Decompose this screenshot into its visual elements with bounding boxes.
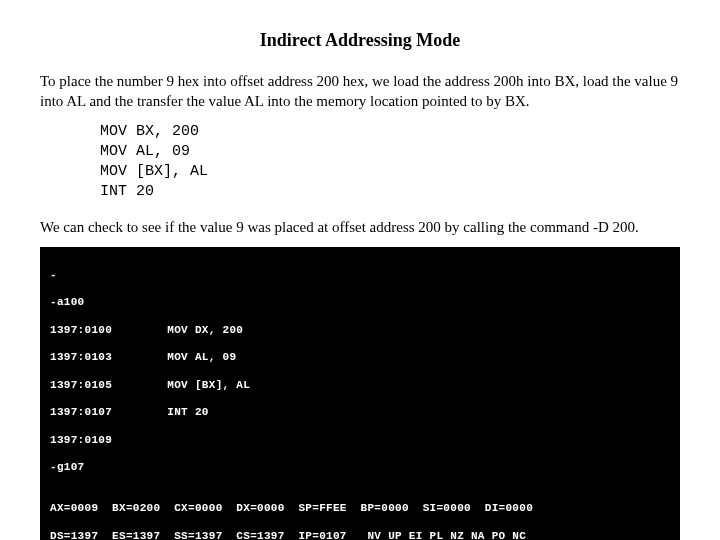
- asm-line: INT 20: [100, 183, 154, 200]
- term-line: 1397:0100 MOV DX, 200: [50, 324, 670, 338]
- term-line: 1397:0109: [50, 434, 670, 448]
- asm-line: MOV BX, 200: [100, 123, 199, 140]
- term-line: AX=0009 BX=0200 CX=0000 DX=0000 SP=FFEE …: [50, 502, 670, 516]
- check-paragraph: We can check to see if the value 9 was p…: [40, 217, 680, 237]
- term-line: -g107: [50, 461, 670, 475]
- term-line: -: [50, 269, 670, 283]
- term-line: -a100: [50, 296, 670, 310]
- term-line: 1397:0107 INT 20: [50, 406, 670, 420]
- debug-terminal: - -a100 1397:0100 MOV DX, 200 1397:0103 …: [40, 247, 680, 540]
- page-title: Indirect Addressing Mode: [40, 30, 680, 51]
- term-line: 1397:0105 MOV [BX], AL: [50, 379, 670, 393]
- asm-line: MOV [BX], AL: [100, 163, 208, 180]
- term-line: DS=1397 ES=1397 SS=1397 CS=1397 IP=0107 …: [50, 530, 670, 540]
- term-line: 1397:0103 MOV AL, 09: [50, 351, 670, 365]
- asm-code-block: MOV BX, 200 MOV AL, 09 MOV [BX], AL INT …: [100, 122, 680, 203]
- asm-line: MOV AL, 09: [100, 143, 190, 160]
- intro-paragraph: To place the number 9 hex into offset ad…: [40, 71, 680, 112]
